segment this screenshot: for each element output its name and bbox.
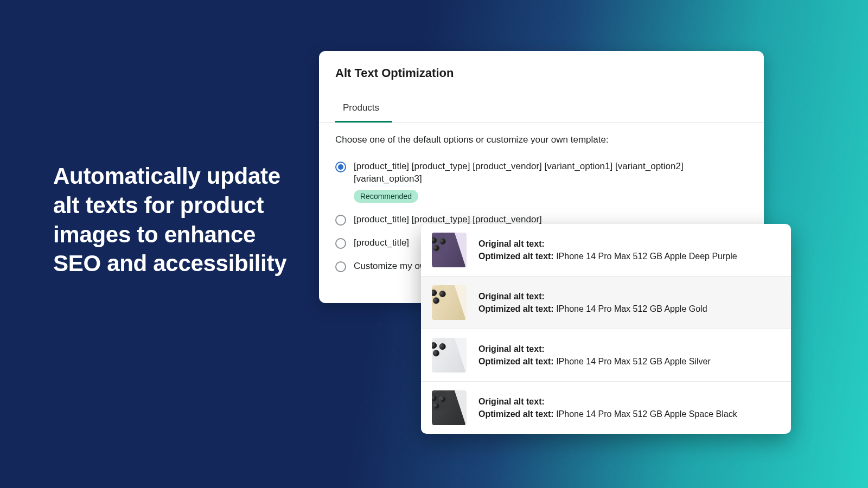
- instruction-text: Choose one of the default options or cus…: [319, 123, 764, 155]
- optimized-alt-value: IPhone 14 Pro Max 512 GB Apple Deep Purp…: [556, 252, 737, 261]
- original-alt-label: Original alt text:: [478, 239, 545, 248]
- option-label: [product_title]: [354, 237, 409, 249]
- preview-text: Original alt text: Optimized alt text: I…: [478, 237, 737, 262]
- card-title: Alt Text Optimization: [319, 66, 764, 80]
- original-alt-label: Original alt text:: [478, 397, 545, 406]
- product-thumbnail: [432, 233, 467, 267]
- product-thumbnail: [432, 285, 467, 320]
- optimized-alt-label: Optimized alt text:: [478, 357, 554, 366]
- preview-row: Original alt text: Optimized alt text: I…: [421, 277, 791, 329]
- preview-text: Original alt text: Optimized alt text: I…: [478, 395, 737, 420]
- preview-text: Original alt text: Optimized alt text: I…: [478, 343, 711, 368]
- optimized-alt-label: Optimized alt text:: [478, 409, 554, 419]
- option-label: [product_title] [product_type] [product_…: [354, 160, 748, 185]
- headline-text: Automatically update alt texts for produ…: [53, 162, 303, 278]
- original-alt-label: Original alt text:: [478, 292, 545, 301]
- tab-products[interactable]: Products: [335, 96, 392, 123]
- radio-icon: [335, 261, 346, 272]
- optimized-alt-value: IPhone 14 Pro Max 512 GB Apple Gold: [556, 304, 707, 313]
- tabs-bar: Products: [319, 95, 764, 123]
- product-thumbnail: [432, 390, 467, 425]
- marketing-slide: Automatically update alt texts for produ…: [0, 0, 868, 488]
- product-thumbnail: [432, 338, 467, 373]
- radio-icon: [335, 215, 346, 226]
- recommended-badge: Recommended: [354, 190, 418, 203]
- radio-icon: [335, 162, 346, 172]
- optimized-alt-label: Optimized alt text:: [478, 304, 554, 313]
- optimized-alt-value: IPhone 14 Pro Max 512 GB Apple Space Bla…: [556, 409, 737, 419]
- preview-row: Original alt text: Optimized alt text: I…: [421, 329, 791, 382]
- preview-text: Original alt text: Optimized alt text: I…: [478, 290, 707, 315]
- preview-row: Original alt text: Optimized alt text: I…: [421, 382, 791, 434]
- template-option-1[interactable]: [product_title] [product_type] [product_…: [335, 155, 748, 208]
- preview-row: Original alt text: Optimized alt text: I…: [421, 224, 791, 277]
- optimized-alt-label: Optimized alt text:: [478, 252, 554, 261]
- alt-text-preview-card: Original alt text: Optimized alt text: I…: [421, 224, 791, 434]
- original-alt-label: Original alt text:: [478, 344, 545, 354]
- optimized-alt-value: IPhone 14 Pro Max 512 GB Apple Silver: [556, 357, 711, 366]
- radio-icon: [335, 238, 346, 249]
